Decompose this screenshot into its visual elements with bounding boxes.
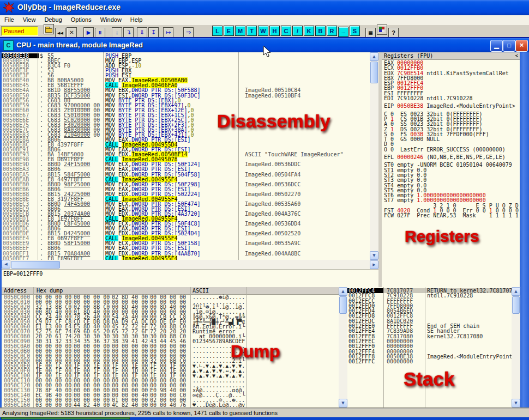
toolbar-letter-w[interactable]: W	[258, 26, 268, 36]
toolbar-letter-c[interactable]: C	[281, 26, 291, 36]
toolbar-letter-r[interactable]: R	[327, 26, 337, 36]
registers-header-label: Registers (FPU)	[384, 53, 433, 59]
mouse-cursor	[263, 46, 272, 58]
ollydbg-app-icon	[3, 2, 14, 13]
scroll-thumb[interactable]	[512, 296, 520, 314]
window-border-right	[520, 52, 529, 407]
trace-into-icon[interactable]: ⇓	[137, 27, 147, 38]
scroll-thumb[interactable]	[11, 261, 60, 269]
scroll-up-icon[interactable]: ▲	[512, 287, 520, 296]
menu-view[interactable]: View	[19, 15, 40, 23]
appearance-icon[interactable]	[377, 25, 387, 35]
toolbar-letter-e[interactable]: E	[224, 26, 234, 36]
toolbar-letter-h[interactable]: H	[269, 26, 280, 36]
scroll-left-icon[interactable]: ◀	[2, 260, 10, 269]
toolbar-letter-l[interactable]: L	[212, 26, 223, 36]
register-line[interactable]: EDI 7C910228 ntdll.7C910228	[384, 96, 520, 101]
registers-header: Registers (FPU) <	[382, 52, 520, 60]
toolbar: Paused ◀◀✕▶II↓↴⇓↧↦⇒ LEMTWHC/KBR...S ≣?	[0, 25, 529, 37]
scroll-up-icon[interactable]: ▲	[339, 287, 347, 296]
collapse-icon[interactable]: <	[515, 53, 518, 58]
open-file-icon[interactable]	[44, 24, 54, 34]
step-over-icon[interactable]: ↴	[123, 27, 134, 38]
annotation-stack: Stack	[404, 368, 454, 390]
stack-vscrollbar[interactable]: ▲ ▼	[512, 287, 520, 407]
window-border-bottom	[0, 417, 529, 420]
stack-row[interactable]: 0012FFFC00000000	[347, 359, 512, 364]
toolbar-letter-s[interactable]: S	[350, 26, 360, 36]
dump-pane[interactable]: Address Hex dump ASCII 0050C00000 00 00 …	[2, 287, 339, 407]
toolbar-letter-slash[interactable]: /	[292, 26, 303, 36]
windows-list-icon[interactable]: ≣	[365, 28, 376, 38]
goto-icon[interactable]: ⇒	[183, 27, 194, 38]
scroll-down-icon[interactable]: ▼	[339, 399, 347, 407]
annotation-disassembly: Disassembly	[217, 111, 330, 132]
disasm-row[interactable]: 0050BE3E.53PUSH EBX	[2, 68, 370, 73]
menu-debug[interactable]: Debug	[40, 15, 66, 23]
scroll-down-icon[interactable]: ▼	[512, 399, 520, 407]
annotation-dump: Dump	[231, 342, 280, 362]
step-into-icon[interactable]: ↓	[112, 27, 122, 38]
scroll-right-icon[interactable]: ▶	[370, 260, 378, 269]
trace-over-icon[interactable]: ↧	[148, 27, 159, 38]
menu-help[interactable]: Help	[126, 15, 147, 23]
toolbar-letter-t[interactable]: T	[247, 26, 257, 36]
status-text: Analysing ImageRed: 5183 heuristical pro…	[2, 410, 278, 416]
disassembly-vscrollbar[interactable]: ▲ ▼	[370, 52, 378, 260]
ollydbg-window: OllyDbg - ImageReducer.exe FileViewDebug…	[0, 0, 529, 420]
info-pane[interactable]: EBP=0012FFF0	[2, 269, 378, 287]
register-line[interactable]: FCW 027F Prec NEAR,53 Mask 1 1 1 1 1 1	[384, 213, 520, 218]
disasm-row[interactable]: 0050BEF7.E8 F896F8FFCALL ImageRed.004955…	[2, 256, 370, 260]
info-line: EBP=0012FFF0	[3, 271, 43, 277]
dump-col-ascii: ASCII	[193, 288, 209, 294]
menu-file[interactable]: File	[0, 15, 19, 23]
disasm-row[interactable]: 0050BE3B.83C4 F0ADD ESP,-10	[2, 63, 370, 68]
menu-options[interactable]: Options	[67, 15, 96, 23]
register-line[interactable]: T 0 GS 0000 NULL	[384, 137, 520, 142]
dump-vscrollbar[interactable]: ▲ ▼	[339, 287, 347, 407]
register-line[interactable]: EFL 00000246 (NO,NB,E,BE,NS,PE,GE,LE)	[384, 155, 520, 160]
cpu-window-title: CPU - main thread, module ImageRed	[16, 41, 143, 49]
toolbar-letter-dots[interactable]: ...	[338, 27, 348, 37]
toolbar-letter-k[interactable]: K	[304, 26, 314, 36]
dump-header: Address Hex dump ASCII	[2, 287, 339, 295]
register-line[interactable]: EIP 0050BE38 ImageRed.<ModuleEntryPoint>	[384, 104, 520, 108]
scroll-down-icon[interactable]: ▼	[370, 251, 378, 260]
analysis-progress-bar	[1, 417, 130, 419]
close-icon[interactable]: ×	[515, 40, 528, 52]
run-icon[interactable]: ▶	[83, 27, 94, 38]
window-title: OllyDbg - ImageReducer.exe	[17, 3, 121, 11]
status-bar: Analysing ImageRed: 5183 heuristical pro…	[0, 409, 529, 417]
registers-pane[interactable]: Registers (FPU) < EAX 00000000ECX 0012FF…	[382, 52, 520, 287]
cpu-window-icon: C	[3, 40, 14, 51]
until-return-icon[interactable]: ↦	[163, 27, 173, 38]
help-icon[interactable]: ?	[388, 28, 399, 38]
main-title-bar[interactable]: OllyDbg - ImageReducer.exe	[0, 0, 529, 15]
disassembly-hscrollbar[interactable]: ◀ ▶	[2, 260, 378, 269]
maximize-icon[interactable]: □	[503, 40, 515, 52]
menu-window[interactable]: Window	[96, 15, 126, 23]
scroll-up-icon[interactable]: ▲	[370, 52, 378, 61]
disassembly-pane[interactable]: 0050BE38$55PUSH EBP0050BE39.8BECMOV EBP,…	[2, 52, 370, 260]
toolbar-letter-m[interactable]: M	[235, 26, 245, 36]
register-line[interactable]: O 0 LastErr ERROR_SUCCESS (00000000)	[384, 147, 520, 152]
status-indicator: Paused	[1, 26, 38, 36]
scroll-thumb[interactable]	[339, 296, 347, 314]
scroll-thumb[interactable]	[370, 62, 378, 83]
minimize-icon[interactable]: ▁	[490, 40, 503, 52]
toolbar-letter-b[interactable]: B	[315, 26, 326, 36]
close-program-icon[interactable]: ✕	[67, 27, 77, 38]
dump-row[interactable]: 0050C16003 00 00 0044 82 40 004C 82 40 0…	[2, 403, 339, 407]
dump-col-hex: Hex dump	[37, 288, 63, 294]
dump-col-address: Address	[4, 288, 27, 294]
annotation-registers: Registers	[405, 227, 479, 246]
